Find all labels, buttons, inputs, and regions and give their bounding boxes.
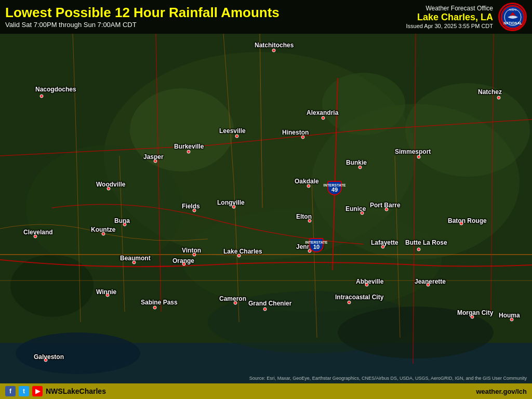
city-dot xyxy=(301,136,305,139)
city-dot xyxy=(272,49,276,52)
city-dot xyxy=(460,222,463,225)
city-dot xyxy=(44,358,48,362)
city-dot xyxy=(358,166,362,169)
city-dot xyxy=(510,318,514,322)
office-info: Weather Forecast Office Lake Charles, LA… xyxy=(406,5,493,29)
city-dot xyxy=(237,254,241,258)
city-dot xyxy=(232,205,236,209)
city-dot xyxy=(497,96,501,100)
city-dot xyxy=(235,135,239,138)
city-dot xyxy=(427,283,430,287)
office-name: Lake Charles, LA xyxy=(406,12,493,23)
city-dot xyxy=(365,283,369,287)
svg-point-9 xyxy=(405,83,530,177)
city-dot xyxy=(153,306,157,310)
svg-text:NATIONAL: NATIONAL xyxy=(503,21,522,25)
city-dot xyxy=(307,184,311,188)
city-dot xyxy=(234,301,237,305)
issued-info: Issued Apr 30, 2025 3:55 PM CDT xyxy=(406,23,493,29)
social-handle: NWSLakeCharles xyxy=(46,387,106,395)
city-dot xyxy=(348,301,351,304)
main-container: Lowest Possible 12 Hour Rainfall Amounts… xyxy=(0,0,532,399)
city-dot xyxy=(471,315,474,319)
city-dot xyxy=(417,155,421,159)
city-dot xyxy=(193,209,196,212)
city-dot xyxy=(385,208,389,211)
city-dot xyxy=(308,219,312,223)
facebook-icon[interactable]: f xyxy=(5,386,16,396)
header: Lowest Possible 12 Hour Rainfall Amounts… xyxy=(0,0,532,34)
city-dot xyxy=(361,211,364,215)
city-dot xyxy=(123,223,127,227)
nws-logo-inner: NATIONAL NWS xyxy=(500,4,525,30)
city-dot xyxy=(308,249,312,253)
terrain-svg xyxy=(0,0,532,399)
city-dot xyxy=(381,245,385,249)
svg-text:NWS: NWS xyxy=(509,8,516,11)
city-dot xyxy=(40,95,44,98)
svg-point-11 xyxy=(338,307,494,358)
city-dot xyxy=(34,235,37,238)
footer: f t ▶ NWSLakeCharles weather.gov/lch xyxy=(0,383,532,399)
svg-point-12 xyxy=(10,255,94,317)
twitter-icon[interactable]: t xyxy=(19,386,29,396)
svg-point-8 xyxy=(322,73,405,135)
office-title: Weather Forecast Office xyxy=(406,5,493,12)
city-dot xyxy=(263,308,267,311)
city-dot xyxy=(102,232,105,236)
header-right: Weather Forecast Office Lake Charles, LA… xyxy=(406,3,527,31)
main-title: Lowest Possible 12 Hour Rainfall Amounts xyxy=(5,5,406,20)
city-dot xyxy=(182,262,186,266)
city-dot xyxy=(106,294,110,297)
city-dot xyxy=(417,248,421,251)
svg-point-6 xyxy=(16,332,140,374)
city-dot xyxy=(132,261,136,264)
header-left: Lowest Possible 12 Hour Rainfall Amounts… xyxy=(5,5,406,29)
city-dot xyxy=(154,159,157,163)
city-dot xyxy=(193,253,196,257)
youtube-icon[interactable]: ▶ xyxy=(32,386,43,396)
source-text: Source: Esri, Maxar, GeoEye, Earthstar G… xyxy=(249,376,527,381)
social-links: f t ▶ NWSLakeCharles xyxy=(5,386,106,396)
valid-period: Valid Sat 7:00PM through Sun 7:00AM CDT xyxy=(5,21,406,29)
city-dot xyxy=(322,116,325,120)
city-dot xyxy=(107,187,111,191)
website-link[interactable]: weather.gov/lch xyxy=(476,388,527,395)
nws-logo: NATIONAL NWS xyxy=(498,3,527,31)
svg-point-7 xyxy=(130,88,234,171)
city-dot xyxy=(187,150,191,154)
